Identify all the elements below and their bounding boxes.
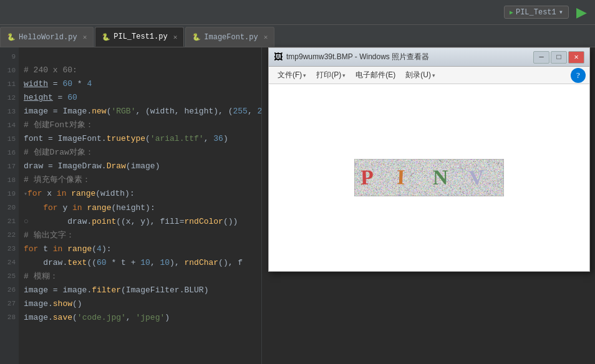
line-num-26: 26 [0,283,19,297]
comment-240x60: # 240 x 60: [24,65,77,75]
menu-email[interactable]: 电子邮件(E) [351,67,400,84]
code-line-22: for t in range(4): [24,244,111,254]
photo-viewer-app-icon: 🖼 [274,52,283,62]
code-line-25: image = image.filter(ImageFilter.BLUR) [24,285,208,295]
tab-pil-label: PIL_Test1.py [114,32,167,41]
line-num-15: 15 [0,132,19,146]
code-editor[interactable]: 9 10 11 12 13 14 15 16 17 18 19 20 21 22… [0,47,262,364]
maximize-button[interactable]: □ [551,51,567,64]
menu-email-label: 电子邮件(E) [356,70,395,80]
code-line-20: ○ draw.point((x, y), fill=rndColor()) [24,217,238,226]
line-num-16: 16 [0,146,19,160]
line-num-10: 10 [0,64,19,77]
line-num-9: 9 [0,50,19,64]
photo-viewer-menubar: 文件(F) ▾ 打印(P) ▾ 电子邮件(E) 刻录(U) ▾ ? [269,67,589,84]
photo-viewer-body [269,84,589,271]
help-button[interactable]: ? [571,68,586,83]
comment-font: # 创建Font对象： [24,120,94,130]
line-num-13: 13 [0,105,19,118]
menu-burn-arrow: ▾ [432,72,435,79]
photo-viewer-title: tmp9wumw39t.BMP - Windows 照片查看器 [286,52,533,62]
tab-imagefont-close[interactable]: ✕ [264,33,268,41]
code-content[interactable]: # 240 x 60: width = 60 * 4 height = 60 i… [19,47,261,355]
line-num-19: 19 [0,187,19,201]
titlebar-buttons: ─ □ ✕ [533,51,584,64]
line-num-25: 25 [0,269,19,283]
tab-helloworld-label: HelloWorld.py [19,33,77,42]
photo-viewer-window: 🖼 tmp9wumw39t.BMP - Windows 照片查看器 ─ □ ✕ … [268,47,590,272]
code-line-10: width = 60 * 4 [24,79,92,89]
line-num-21: 21 [0,214,19,228]
captcha-canvas [354,159,504,196]
comment-text-out: # 输出文字： [24,231,74,240]
comment-fill: # 填充每个像素： [24,175,90,184]
code-line-12: image = Image.new('RGB', (width, height)… [24,107,262,116]
code-line-16: draw = ImageDraw.Draw(image) [24,161,160,171]
run-config-area: ▶ PIL_Test1 ▾ ▶ [504,4,590,21]
tab-helloworld-icon: 🐍 [7,33,16,41]
chevron-down-icon: ▾ [559,7,563,17]
code-line-11: height = 60 [24,93,77,102]
comment-blur: # 模糊： [24,272,58,281]
menu-burn[interactable]: 刻录(U) ▾ [400,67,440,84]
code-line-27: image.save('code.jpg', 'jpeg') [24,313,170,322]
line-num-18: 18 [0,173,19,187]
code-line-19: for y in range(height): [24,203,155,213]
menu-file-arrow: ▾ [303,72,306,79]
run-config-dropdown[interactable]: ▶ PIL_Test1 ▾ [504,6,569,19]
code-line-18: ▾for x in range(width): [24,189,135,198]
menu-burn-label: 刻录(U) [405,70,431,80]
comment-draw: # 创建Draw对象： [24,148,94,157]
line-num-27: 27 [0,297,19,310]
run-icon: ▶ [576,4,587,21]
tab-pil-icon: 🐍 [102,33,110,41]
line-numbers: 9 10 11 12 13 14 15 16 17 18 19 20 21 22… [0,47,19,364]
run-config-label: PIL_Test1 [516,8,556,17]
help-icon: ? [576,70,580,80]
run-config-icon: ▶ [510,9,513,16]
line-num-28: 28 [0,310,19,324]
code-line-28 [24,327,29,336]
tab-imagefont-label: ImageFont.py [204,33,258,42]
menu-print-label: 打印(P) [316,70,341,80]
tab-helloworld-close[interactable]: ✕ [83,33,87,41]
code-line-14: font = ImageFont.truetype('arial.ttf', 3… [24,134,228,143]
run-button[interactable]: ▶ [573,4,590,21]
tab-imagefont-icon: 🐍 [192,33,201,41]
photo-viewer-titlebar: 🖼 tmp9wumw39t.BMP - Windows 照片查看器 ─ □ ✕ [269,48,589,67]
line-num-24: 24 [0,256,19,269]
menu-file-label: 文件(F) [278,70,302,80]
line-num-14: 14 [0,118,19,132]
line-num-23: 23 [0,242,19,256]
menu-print[interactable]: 打印(P) ▾ [311,67,351,84]
code-line-23: draw.text((60 * t + 10, 10), rndChar(), … [24,258,243,267]
tab-helloworld[interactable]: 🐍 HelloWorld.py ✕ [0,27,94,47]
code-line-26: image.show() [24,299,82,309]
line-num-12: 12 [0,91,19,105]
line-num-22: 22 [0,228,19,242]
minimize-button[interactable]: ─ [533,51,549,64]
menu-print-arrow: ▾ [342,72,346,79]
line-num-11: 11 [0,77,19,91]
close-button[interactable]: ✕ [568,51,584,64]
top-bar: ▶ PIL_Test1 ▾ ▶ [0,0,595,25]
tab-imagefont[interactable]: 🐍 ImageFont.py ✕ [185,27,274,47]
menu-file[interactable]: 文件(F) ▾ [273,67,311,84]
tab-pil-close[interactable]: ✕ [173,33,178,41]
line-num-17: 17 [0,160,19,173]
captcha-image [354,159,504,196]
tab-pil-test1[interactable]: 🐍 PIL_Test1.py ✕ [95,27,184,47]
line-num-20: 20 [0,201,19,214]
tabs-bar: 🐍 HelloWorld.py ✕ 🐍 PIL_Test1.py ✕ 🐍 Ima… [0,25,595,47]
